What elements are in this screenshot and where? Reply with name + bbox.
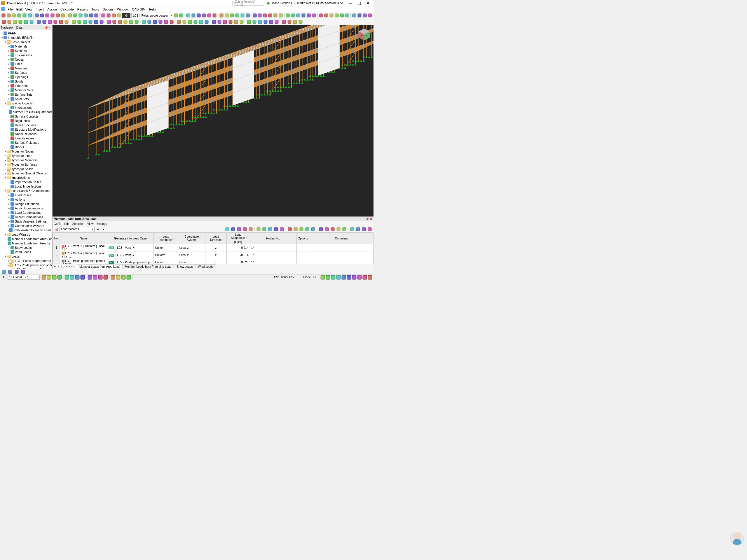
tr2-btn-32[interactable] (187, 19, 192, 25)
tr2-btn-0[interactable] (1, 19, 6, 25)
tree-basic-2[interactable]: ▸Thicknesses (0, 53, 52, 57)
tr1-btn-51[interactable] (334, 13, 339, 18)
tr1-btn-2[interactable] (12, 13, 17, 18)
tr1-btn-30[interactable] (219, 13, 224, 18)
tr2-btn-45[interactable] (263, 19, 268, 25)
menu-results[interactable]: Results (76, 7, 90, 12)
tr1-btn-41[interactable] (278, 13, 283, 18)
tr1-btn-44[interactable] (296, 13, 301, 18)
tree-basic-9[interactable]: ▸Line Sets (0, 83, 52, 88)
panel-tab-2[interactable]: Snow Loads (174, 264, 195, 269)
status-tool-15[interactable] (126, 275, 131, 280)
panel-tool-9[interactable] (279, 226, 284, 232)
tr1-btn-56[interactable] (362, 13, 367, 18)
panel-tool-10[interactable] (287, 226, 292, 232)
tree-root[interactable]: RFEM (0, 31, 52, 35)
tr2-btn-2[interactable] (12, 19, 18, 25)
viewstrip-btn-1[interactable] (7, 269, 13, 274)
view-cube[interactable]: +X +Y (357, 27, 371, 42)
menu-assign[interactable]: Assign (46, 7, 59, 12)
tree-special-1[interactable]: Surface Results Adjustments (0, 110, 52, 114)
tree-lw-1[interactable]: Member Loads from Free Line Load (0, 241, 52, 245)
menu-window[interactable]: Window (115, 7, 130, 12)
table-last-icon[interactable]: ⏭ (72, 265, 74, 268)
tr2-btn-20[interactable] (117, 19, 123, 25)
status-right-6[interactable] (352, 275, 357, 280)
panel-menu-edit[interactable]: Edit (65, 222, 70, 225)
tr1-btn-48[interactable] (319, 13, 324, 18)
tr1-btn-19[interactable] (106, 13, 111, 18)
tr1-btn-26[interactable] (196, 13, 201, 18)
status-right-9[interactable] (368, 275, 372, 280)
tr1-btn-0[interactable] (1, 13, 6, 18)
tree-basic-objects[interactable]: ▾Basic Objects (0, 40, 52, 44)
tr2-btn-30[interactable] (176, 19, 181, 25)
tr2-btn-44[interactable] (257, 19, 263, 25)
tr2-btn-29[interactable] (169, 19, 174, 25)
tr1-btn-36[interactable] (252, 13, 257, 18)
status-tool-14[interactable] (121, 275, 126, 280)
maximize-button[interactable]: ▢ (355, 0, 364, 6)
tr1-btn-40[interactable] (273, 13, 278, 18)
tree-special-0[interactable]: Intersections (0, 105, 52, 110)
tr2-btn-33[interactable] (193, 19, 198, 25)
panel-tool-0[interactable] (225, 226, 230, 232)
tree-imperf-1[interactable]: Local Imperfections (0, 184, 52, 188)
tr2-btn-21[interactable] (123, 19, 128, 25)
menu-calculate[interactable]: Calculate (59, 7, 76, 12)
viewstrip-btn-3[interactable] (20, 269, 26, 274)
panel-tool-7[interactable] (267, 226, 273, 232)
tree-basic-4[interactable]: ▸Lines (0, 61, 52, 66)
tr2-btn-50[interactable] (292, 19, 298, 25)
tr1-btn-20[interactable] (111, 13, 116, 18)
tr1-btn-10[interactable] (55, 13, 60, 18)
tr2-btn-51[interactable] (298, 19, 303, 25)
tr2-btn-43[interactable] (252, 19, 257, 25)
tr1-btn-8[interactable] (45, 13, 50, 18)
menu-cadbim[interactable]: CAD-BIM (130, 7, 147, 12)
tr1-btn-55[interactable] (357, 13, 362, 18)
status-right-2[interactable] (331, 275, 336, 280)
panel-menu-selection[interactable]: Selection (72, 222, 84, 225)
tr1-btn-28[interactable] (207, 13, 211, 18)
status-tool-0[interactable] (42, 275, 46, 280)
table-category-combo[interactable]: Load Wizards (59, 226, 95, 232)
tree-lw-0[interactable]: Member Loads from Area Load (0, 237, 52, 241)
panel-tool-3[interactable] (242, 226, 248, 232)
tree-lcc-2[interactable]: ▸Design Situations (0, 202, 52, 206)
status-tool-2[interactable] (52, 275, 57, 280)
status-tool-3[interactable] (57, 275, 62, 280)
tree-basic-8[interactable]: ▸Solids (0, 79, 52, 83)
tr1-btn-38[interactable] (263, 13, 267, 18)
lc-number-combo[interactable]: LC1 (131, 13, 139, 18)
table-prev-icon[interactable]: ◂ (95, 226, 100, 232)
tr2-btn-31[interactable] (182, 19, 187, 25)
status-tool-10[interactable] (98, 275, 103, 280)
panel-tool-15[interactable] (318, 226, 324, 232)
tr2-btn-28[interactable] (163, 19, 169, 25)
tree-lcc-8[interactable]: ▸Relationship Between Load Cases (0, 228, 52, 232)
panel-tool-13[interactable] (305, 226, 310, 232)
tr2-btn-14[interactable] (82, 19, 87, 25)
panel-menu-goto[interactable]: Go To (54, 222, 61, 225)
tr2-btn-40[interactable] (233, 19, 239, 25)
tr1-btn-4[interactable] (22, 13, 27, 18)
tree-basic-10[interactable]: ▸Member Sets (0, 88, 52, 92)
tree-lcc-5[interactable]: ▸Result Combinations (0, 215, 52, 219)
tr1-btn-25[interactable] (191, 13, 196, 18)
menu-help[interactable]: Help (147, 7, 158, 12)
tree-special-5[interactable]: Structure Modifications (0, 127, 52, 132)
tr2-btn-7[interactable] (42, 19, 47, 25)
status-right-4[interactable] (341, 275, 346, 280)
tr1-btn-12[interactable] (68, 13, 73, 18)
tr2-btn-27[interactable] (158, 19, 163, 25)
tr1-btn-1[interactable] (6, 13, 11, 18)
tr2-btn-5[interactable] (29, 19, 34, 25)
tr1-btn-52[interactable] (339, 13, 344, 18)
tr1-btn-54[interactable] (352, 13, 357, 18)
table-next-page-icon[interactable]: ▸ (69, 265, 70, 268)
status-tool-5[interactable] (70, 275, 74, 280)
panel-close-icon[interactable]: ✕ (370, 218, 372, 220)
tr1-btn-35[interactable] (245, 13, 250, 18)
tr2-btn-6[interactable] (36, 19, 42, 25)
